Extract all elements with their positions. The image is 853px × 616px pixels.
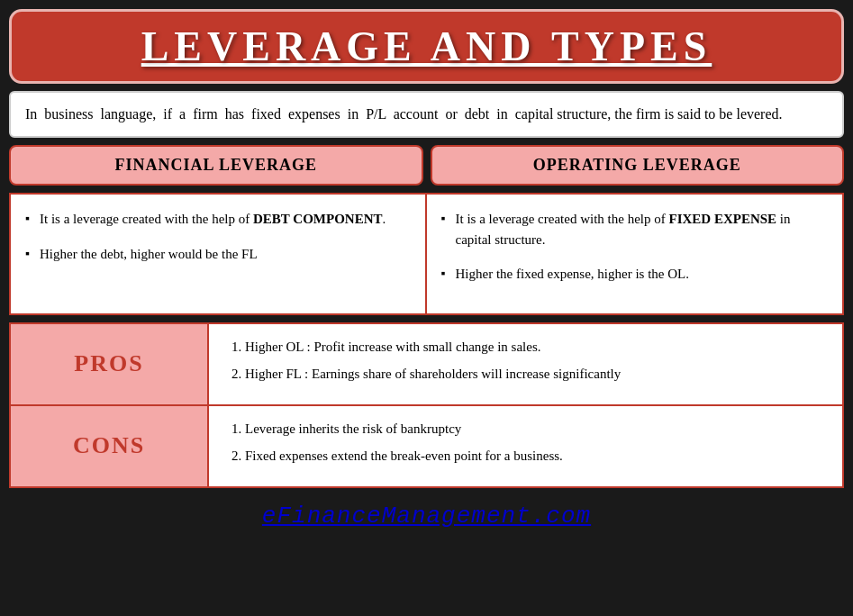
pros-item-2: Higher FL : Earnings share of shareholde… (245, 364, 824, 385)
operating-leverage-header: OPERATING LEVERAGE (431, 145, 845, 186)
cons-item-2: Fixed expenses extend the break-even poi… (245, 446, 824, 467)
footer: eFinanceManagement.com (9, 495, 844, 533)
intro-box: In business language, if a firm has fixe… (9, 91, 844, 138)
pros-list: Higher OL : Profit increase with small c… (227, 337, 824, 385)
pros-label: PROS (74, 350, 143, 377)
cons-item-1: Leverage inherits the risk of bankruptcy (245, 419, 824, 439)
leverage-headers: FINANCIAL LEVERAGE OPERATING LEVERAGE (9, 145, 844, 186)
financial-leverage-col: It is a leverage created with the help o… (11, 195, 427, 313)
cons-label-cell: CONS (11, 406, 209, 486)
main-card: LEVERAGE AND TYPES In business language,… (0, 0, 853, 616)
footer-link[interactable]: eFinanceManagement.com (262, 503, 591, 530)
financial-leverage-header: FINANCIAL LEVERAGE (9, 145, 423, 186)
financial-point-2: Higher the debt, higher would be the FL (25, 244, 411, 265)
cons-row: CONS Leverage inherits the risk of bankr… (11, 406, 842, 486)
operating-point-1: It is a leverage created with the help o… (441, 209, 829, 249)
financial-point-1: It is a leverage created with the help o… (25, 209, 411, 230)
operating-leverage-col: It is a leverage created with the help o… (427, 195, 843, 313)
operating-leverage-list: It is a leverage created with the help o… (441, 209, 829, 285)
pros-item-1: Higher OL : Profit increase with small c… (245, 337, 824, 358)
operating-leverage-label: OPERATING LEVERAGE (533, 156, 741, 174)
pros-content-cell: Higher OL : Profit increase with small c… (209, 324, 842, 404)
pros-label-cell: PROS (11, 324, 209, 404)
financial-leverage-list: It is a leverage created with the help o… (25, 209, 411, 264)
pros-row: PROS Higher OL : Profit increase with sm… (11, 324, 842, 406)
pros-cons-section: PROS Higher OL : Profit increase with sm… (9, 322, 844, 488)
cons-content-cell: Leverage inherits the risk of bankruptcy… (209, 406, 842, 486)
main-title: LEVERAGE AND TYPES (30, 23, 823, 70)
leverage-content: It is a leverage created with the help o… (9, 193, 844, 315)
operating-point-2: Higher the fixed expense, higher is the … (441, 264, 829, 285)
intro-text: In business language, if a firm has fixe… (25, 104, 828, 125)
cons-label: CONS (73, 432, 145, 459)
title-bar: LEVERAGE AND TYPES (9, 9, 844, 84)
financial-leverage-label: FINANCIAL LEVERAGE (114, 156, 317, 174)
cons-list: Leverage inherits the risk of bankruptcy… (227, 419, 824, 467)
